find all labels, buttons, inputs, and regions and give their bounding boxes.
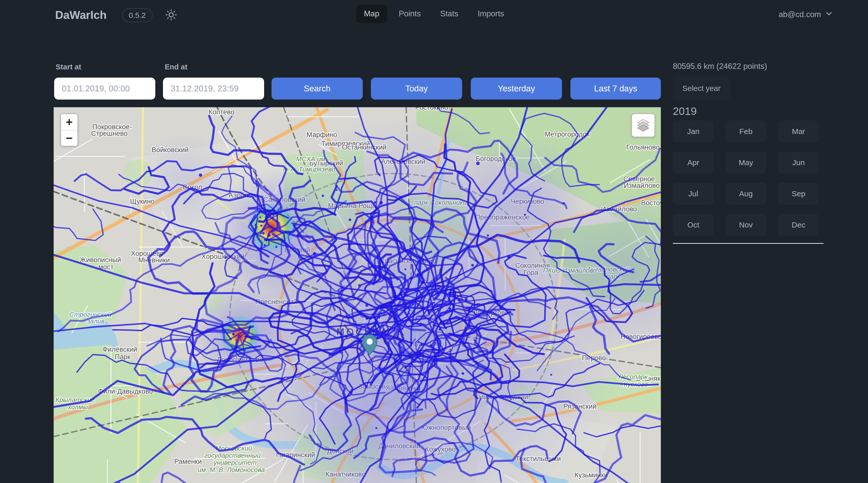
map-canvas[interactable]: РостокиноКоптевоМарфиноПокровское-Стрешн… bbox=[54, 107, 661, 483]
map-label: Живописный bbox=[80, 256, 121, 264]
map-label: Стрешнево bbox=[91, 130, 128, 137]
map-label: Лесопарк bbox=[618, 373, 648, 381]
map-zoom-control: + − bbox=[60, 114, 78, 147]
month-button-apr[interactable]: Apr bbox=[673, 152, 714, 173]
select-year-button[interactable]: Select year bbox=[673, 76, 730, 100]
distance-stats: 80595.6 km (24622 points) bbox=[673, 62, 767, 71]
header: DaWarIch 0.5.2 MapPointsStatsImports ab@… bbox=[0, 0, 868, 31]
map-label: им. М. В. Ломоносова bbox=[198, 466, 265, 474]
month-button-aug[interactable]: Aug bbox=[725, 183, 766, 205]
month-button-feb[interactable]: Feb bbox=[725, 121, 766, 142]
theme-toggle-button[interactable] bbox=[164, 8, 178, 23]
month-button-jun[interactable]: Jun bbox=[778, 152, 819, 173]
month-button-nov[interactable]: Nov bbox=[725, 214, 766, 236]
map-label: университет bbox=[213, 459, 257, 466]
user-email: ab@cd.com bbox=[779, 10, 821, 19]
map-label: Парк bbox=[115, 353, 130, 361]
zoom-out-button[interactable]: − bbox=[61, 130, 78, 146]
map-label: Гольяново bbox=[626, 143, 660, 151]
map-label: Кузьминки bbox=[574, 471, 608, 479]
months-grid: JanFebMarAprMayJunJulAugSepOctNovDec bbox=[673, 121, 819, 236]
month-button-dec[interactable]: Dec bbox=[778, 214, 819, 236]
sun-icon bbox=[165, 9, 177, 22]
version-badge: 0.5.2 bbox=[122, 8, 153, 22]
today-button[interactable]: Today bbox=[371, 77, 462, 100]
month-button-may[interactable]: May bbox=[725, 152, 766, 173]
start-at-label: Start at bbox=[56, 63, 81, 71]
tab-stats[interactable]: Stats bbox=[432, 5, 466, 23]
end-at-label: End at bbox=[165, 63, 187, 71]
map-label: Ростокино bbox=[415, 107, 448, 111]
zoom-in-button[interactable]: + bbox=[61, 114, 78, 130]
map-label: Мнёвники bbox=[138, 256, 170, 264]
app-root: { "app": { "name": "DaWarIch", "version"… bbox=[0, 0, 868, 483]
tab-points[interactable]: Points bbox=[391, 5, 428, 23]
map-tiles-layer: РостокиноКоптевоМарфиноПокровское-Стрешн… bbox=[54, 107, 661, 483]
map-label: Коптево bbox=[209, 108, 235, 116]
year-heading: 2019 bbox=[673, 105, 696, 118]
map-label: Измайлово bbox=[624, 182, 660, 189]
layers-icon bbox=[636, 118, 651, 133]
map-label: Филёвский bbox=[102, 346, 137, 353]
yesterday-button[interactable]: Yesterday bbox=[471, 77, 562, 100]
map-label: Метрогородок bbox=[545, 130, 590, 138]
month-button-jul[interactable]: Jul bbox=[673, 183, 714, 205]
month-button-oct[interactable]: Oct bbox=[673, 214, 714, 236]
search-button[interactable]: Search bbox=[272, 77, 363, 100]
map-layers-control[interactable] bbox=[631, 114, 655, 137]
end-date-input[interactable] bbox=[163, 77, 264, 100]
user-menu[interactable]: ab@cd.com bbox=[779, 10, 833, 20]
month-button-mar[interactable]: Mar bbox=[778, 121, 819, 142]
panel-divider bbox=[673, 243, 824, 244]
start-date-input[interactable] bbox=[54, 77, 155, 100]
map-marker-pin[interactable] bbox=[362, 334, 377, 355]
month-button-jan[interactable]: Jan bbox=[673, 121, 714, 142]
chevron-down-icon bbox=[825, 10, 833, 20]
month-button-sep[interactable]: Sep bbox=[778, 183, 819, 205]
tab-map[interactable]: Map bbox=[356, 5, 387, 23]
main-nav: MapPointsStatsImports bbox=[356, 5, 512, 23]
app-logo[interactable]: DaWarIch bbox=[55, 9, 106, 22]
last-7-days-button[interactable]: Last 7 days bbox=[570, 77, 661, 100]
map-label: Раменки bbox=[174, 458, 202, 465]
tab-imports[interactable]: Imports bbox=[470, 5, 512, 23]
